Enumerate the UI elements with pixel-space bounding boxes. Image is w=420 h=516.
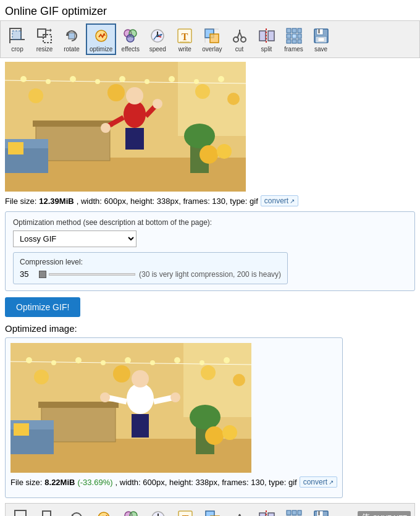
svg-point-57 — [70, 76, 76, 82]
svg-point-124 — [98, 512, 109, 516]
tool-optimize[interactable]: optimize — [86, 23, 116, 55]
svg-rect-38 — [298, 28, 301, 33]
svg-point-67 — [227, 93, 240, 105]
file-size-value: 12.39MiB — [39, 197, 74, 206]
tool-resize[interactable]: resize — [32, 24, 57, 54]
optimized-convert-button[interactable]: convert — [300, 476, 337, 488]
bottom-resize-icon — [40, 508, 59, 516]
compression-hint: (30 is very light compression, 200 is he… — [139, 270, 281, 279]
bottom-toolbar: T — [5, 503, 415, 516]
svg-rect-49 — [318, 38, 324, 41]
bottom-tool-overlay[interactable] — [200, 506, 225, 516]
optimized-reduction: (-33.69%) — [77, 478, 112, 487]
svg-point-83 — [217, 144, 232, 159]
tool-save[interactable]: save — [308, 24, 334, 54]
optimize-gif-button[interactable]: Optimize GIF! — [5, 297, 80, 317]
bottom-tool-crop[interactable] — [9, 506, 35, 516]
svg-point-82 — [200, 145, 218, 164]
cut-icon — [230, 26, 250, 46]
svg-point-61 — [169, 76, 175, 82]
speed-icon — [148, 26, 167, 46]
svg-point-70 — [124, 101, 146, 128]
tool-write[interactable]: T write — [172, 24, 198, 54]
effects-label: effects — [122, 46, 140, 53]
svg-point-117 — [222, 425, 237, 440]
save-icon — [311, 26, 331, 46]
svg-rect-143 — [287, 510, 291, 515]
tool-overlay[interactable]: overlay — [199, 24, 225, 54]
bottom-tool-speed[interactable] — [145, 506, 171, 516]
bottom-tool-rotate[interactable] — [64, 506, 90, 516]
resize-icon — [35, 26, 54, 46]
bottom-tool-split[interactable] — [254, 506, 280, 516]
compression-label: Compression level: — [20, 258, 281, 266]
slider-track[interactable] — [49, 273, 135, 276]
save-label: save — [314, 46, 327, 53]
slider-thumb-icon[interactable] — [39, 271, 46, 278]
compression-slider[interactable] — [39, 271, 135, 278]
svg-point-95 — [174, 357, 180, 363]
svg-point-92 — [101, 360, 106, 365]
tool-effects[interactable]: effects — [117, 24, 143, 54]
tool-frames[interactable]: frames — [281, 24, 307, 54]
bottom-tool-frames[interactable] — [281, 506, 307, 516]
svg-point-104 — [127, 383, 154, 414]
svg-rect-69 — [33, 121, 113, 127]
svg-point-56 — [46, 79, 51, 84]
svg-rect-144 — [292, 510, 296, 515]
svg-point-101 — [233, 374, 245, 386]
svg-point-97 — [224, 357, 230, 363]
optimized-box: File size: 8.22MiB (-33.69%) , width: 60… — [5, 337, 343, 498]
svg-line-31 — [240, 32, 242, 38]
svg-point-93 — [125, 357, 131, 363]
optimize-icon — [91, 26, 111, 46]
optimized-section: Optimized image: — [5, 323, 415, 498]
svg-rect-37 — [292, 28, 296, 33]
svg-rect-118 — [15, 510, 26, 516]
bottom-effects-icon — [121, 508, 141, 516]
tool-split[interactable]: split — [254, 24, 280, 54]
frames-icon — [284, 26, 304, 46]
opt-method-label: Optimization method (see description at … — [13, 218, 407, 227]
opt-method-select[interactable]: Lossy GIF Optimize transparency Optimize… — [13, 231, 136, 247]
optimize-label: optimize — [90, 46, 112, 53]
bottom-tool-cut[interactable] — [227, 506, 253, 516]
svg-point-91 — [75, 357, 82, 363]
compression-box: Compression level: 35 (30 is very light … — [13, 252, 288, 284]
write-icon: T — [175, 26, 195, 46]
cut-label: cut — [235, 46, 243, 53]
watermark: 值 SMYZ.NET — [358, 511, 411, 516]
svg-rect-25 — [210, 34, 219, 43]
bottom-tool-write[interactable]: T — [172, 506, 198, 516]
svg-rect-140 — [259, 513, 266, 516]
svg-point-59 — [119, 76, 125, 82]
svg-rect-113 — [14, 423, 29, 436]
tool-rotate[interactable]: rotate — [59, 24, 85, 54]
tool-speed[interactable]: speed — [145, 24, 170, 54]
tool-cut[interactable]: cut — [227, 24, 253, 54]
svg-line-30 — [237, 32, 240, 38]
bottom-tool-optimize[interactable] — [91, 506, 117, 516]
svg-point-60 — [145, 79, 149, 84]
svg-point-98 — [34, 370, 49, 384]
overlay-label: overlay — [202, 46, 222, 53]
tool-crop[interactable]: crop — [4, 24, 30, 54]
bottom-tool-effects[interactable] — [118, 506, 144, 516]
svg-point-126 — [130, 512, 137, 516]
svg-rect-47 — [318, 29, 320, 33]
bottom-tool-resize[interactable] — [36, 506, 62, 516]
convert-button[interactable]: convert — [261, 195, 298, 206]
svg-point-63 — [218, 76, 224, 82]
svg-rect-106 — [132, 414, 149, 438]
bottom-overlay-icon — [203, 508, 222, 516]
svg-rect-39 — [287, 34, 291, 38]
svg-point-64 — [28, 88, 43, 103]
svg-point-15 — [127, 35, 134, 42]
svg-point-55 — [20, 76, 27, 82]
top-toolbar: crop resize rotate — [0, 20, 420, 58]
bottom-write-icon: T — [175, 508, 195, 516]
svg-rect-3 — [12, 31, 21, 40]
bottom-tool-save[interactable] — [308, 506, 334, 516]
svg-rect-42 — [287, 40, 291, 43]
bottom-crop-icon — [12, 508, 32, 516]
